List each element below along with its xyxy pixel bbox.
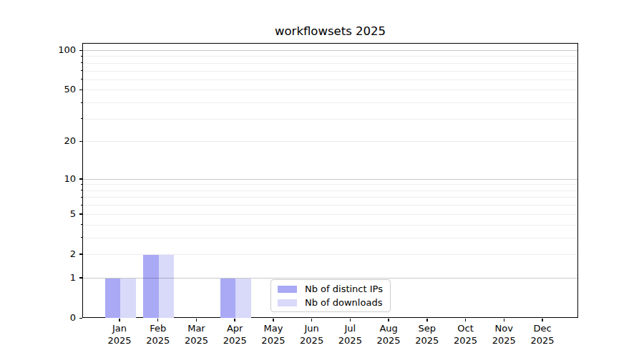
minor-gridline bbox=[83, 238, 577, 238]
minor-gridline bbox=[83, 214, 577, 215]
y-tick-label: 20 bbox=[0, 135, 76, 147]
minor-gridline bbox=[83, 254, 577, 255]
minor-gridline bbox=[83, 102, 577, 103]
grid-layer bbox=[83, 44, 577, 317]
x-tick-mark bbox=[311, 319, 312, 321]
chart-figure: workflowsets 2025 0125102050100Jan2025Fe… bbox=[0, 0, 644, 358]
y-minor-tick-mark bbox=[81, 253, 83, 254]
minor-gridline bbox=[83, 225, 577, 226]
y-minor-tick-mark bbox=[81, 62, 83, 63]
x-tick-mark bbox=[388, 319, 389, 321]
y-minor-tick-mark bbox=[81, 237, 83, 238]
y-tick-label: 5 bbox=[0, 208, 76, 220]
y-minor-tick-mark bbox=[81, 56, 83, 57]
x-tick-mark bbox=[426, 319, 427, 321]
x-tick-mark bbox=[157, 319, 158, 321]
minor-gridline bbox=[83, 90, 577, 90]
legend-label: Nb of distinct IPs bbox=[305, 284, 383, 294]
major-gridline bbox=[83, 179, 577, 180]
y-tick-label: 50 bbox=[0, 84, 76, 95]
legend-swatch bbox=[278, 286, 297, 293]
x-tick-mark bbox=[234, 319, 235, 321]
y-tick-label: 0 bbox=[0, 312, 76, 324]
legend-label: Nb of downloads bbox=[305, 297, 382, 308]
plot-area bbox=[82, 43, 578, 318]
y-tick-label: 100 bbox=[0, 44, 76, 56]
legend-swatch bbox=[278, 299, 297, 306]
x-tick-label: Dec2025 bbox=[519, 323, 565, 347]
legend: Nb of distinct IPsNb of downloads bbox=[270, 279, 391, 312]
minor-gridline bbox=[83, 205, 577, 205]
y-tick-label: 10 bbox=[0, 173, 76, 185]
minor-gridline bbox=[83, 79, 577, 80]
y-minor-tick-mark bbox=[81, 184, 83, 185]
x-tick-mark bbox=[273, 319, 273, 321]
major-gridline bbox=[83, 278, 577, 279]
y-minor-tick-mark bbox=[81, 118, 83, 119]
minor-gridline bbox=[83, 63, 577, 64]
y-tick-label: 2 bbox=[0, 248, 76, 260]
y-tick-mark bbox=[79, 50, 82, 51]
y-tick-mark bbox=[79, 178, 82, 179]
y-tick-mark bbox=[79, 277, 82, 278]
x-tick-mark bbox=[196, 319, 197, 321]
y-minor-tick-mark bbox=[81, 213, 83, 214]
x-tick-mark bbox=[465, 319, 466, 321]
x-tick-mark bbox=[504, 319, 504, 321]
minor-gridline bbox=[83, 141, 577, 142]
chart-title: workflowsets 2025 bbox=[82, 24, 578, 38]
y-minor-tick-mark bbox=[81, 190, 83, 190]
minor-gridline bbox=[83, 71, 577, 72]
minor-gridline bbox=[83, 56, 577, 57]
minor-gridline bbox=[83, 184, 577, 185]
y-minor-tick-mark bbox=[81, 224, 83, 225]
y-minor-tick-mark bbox=[81, 205, 83, 205]
x-tick-mark bbox=[350, 319, 351, 321]
year-label: 2025 bbox=[519, 335, 565, 347]
y-minor-tick-mark bbox=[81, 102, 83, 103]
y-tick-mark bbox=[79, 318, 82, 319]
month-label: Dec bbox=[519, 323, 565, 335]
legend-entry: Nb of downloads bbox=[278, 297, 384, 308]
y-minor-tick-mark bbox=[81, 90, 83, 90]
y-tick-label: 1 bbox=[0, 272, 76, 284]
y-minor-tick-mark bbox=[81, 70, 83, 71]
major-gridline bbox=[83, 50, 577, 51]
minor-gridline bbox=[83, 119, 577, 120]
x-tick-mark bbox=[119, 319, 119, 321]
y-minor-tick-mark bbox=[81, 79, 83, 79]
y-minor-tick-mark bbox=[81, 141, 83, 142]
legend-entry: Nb of distinct IPs bbox=[278, 284, 384, 294]
y-minor-tick-mark bbox=[81, 197, 83, 198]
x-tick-mark bbox=[542, 319, 542, 321]
minor-gridline bbox=[83, 197, 577, 198]
minor-gridline bbox=[83, 190, 577, 191]
